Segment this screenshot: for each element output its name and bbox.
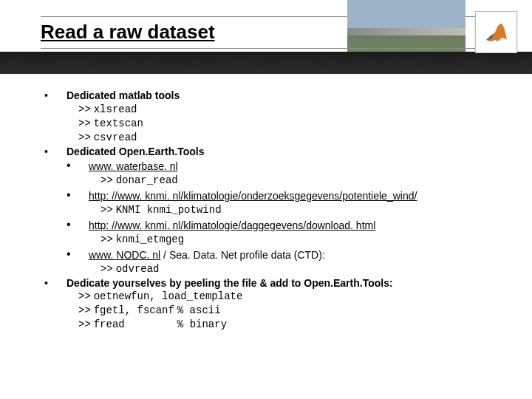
bullet-icon (44, 145, 66, 159)
section-heading: Dedicated Open.Earth.Tools (66, 145, 510, 159)
link-knmi-potwind[interactable]: http: //www. knmi. nl/klimatologie/onder… (89, 190, 417, 202)
link-waterbase[interactable]: www. waterbase. nl (89, 160, 178, 172)
code-cmd: knmi_etmgeg (116, 233, 184, 247)
code-cmd: donar_read (116, 174, 178, 188)
code-line: >> knmi_etmgeg (44, 233, 510, 247)
code-line: >> odvread (44, 262, 510, 276)
code-line: >> csvread (44, 131, 510, 145)
code-line: >> textscan (44, 117, 510, 131)
bullet-icon (66, 248, 89, 260)
bullet-section-2: Dedicated Open.Earth.Tools (44, 145, 510, 159)
link-knmi-daggegevens[interactable]: http: //www. knmi. nl/klimatologie/dagge… (89, 219, 375, 231)
link-nodc[interactable]: www. NODC. nl (89, 249, 160, 261)
rule-mid (41, 48, 517, 49)
prompt: >> (78, 131, 91, 145)
sub-tail-text: / Sea. Data. Net profile data (CTD): (160, 249, 325, 261)
section-heading: Dedicate yourselves by peeling the file … (66, 276, 510, 290)
section-heading: Dedicated matlab tools (66, 89, 510, 103)
sub-bullet: http: //www. knmi. nl/klimatologie/onder… (44, 189, 510, 203)
prompt: >> (78, 304, 91, 318)
prompt: >> (78, 318, 91, 332)
slide-body: Dedicated matlab tools >> xlsread >> tex… (44, 89, 510, 332)
bullet-section-3: Dedicate yourselves by peeling the file … (44, 276, 510, 290)
sub-bullet: www. waterbase. nl (44, 160, 510, 174)
code-comment: % ascii (177, 304, 221, 318)
prompt: >> (100, 262, 113, 276)
code-line: >> KNMI knmi_potwind (44, 203, 510, 217)
slide-title: Read a raw dataset (41, 21, 215, 44)
sub-bullet: www. NODC. nl / Sea. Data. Net profile d… (44, 248, 510, 262)
bullet-icon (66, 219, 89, 231)
code-cmd: KNMI knmi_potwind (116, 203, 222, 217)
code-line: >> fread % binary (44, 318, 510, 332)
code-cmd: fread (94, 318, 125, 332)
bullet-icon (44, 89, 66, 103)
code-cmd: fgetl, fscanf (94, 304, 174, 318)
slide-header: Read a raw dataset (0, 0, 532, 74)
code-cmd: odvread (116, 262, 160, 276)
code-line: >> fgetl, fscanf % ascii (44, 304, 510, 318)
code-comment: % binary (177, 318, 227, 332)
prompt: >> (100, 203, 113, 217)
prompt: >> (100, 233, 113, 247)
header-band (0, 52, 532, 74)
code-line: >> oetnewfun, load_template (44, 290, 510, 304)
code-line: >> donar_read (44, 174, 510, 188)
code-pad (125, 318, 174, 332)
bullet-icon (44, 276, 66, 290)
code-cmd: csvread (94, 131, 137, 145)
prompt: >> (78, 103, 91, 117)
matlab-logo-icon (475, 11, 517, 53)
prompt: >> (100, 174, 113, 188)
code-cmd: xlsread (94, 103, 137, 117)
prompt: >> (78, 117, 91, 131)
code-cmd: textscan (94, 117, 143, 131)
bullet-icon (66, 160, 89, 171)
bullet-icon (66, 189, 89, 201)
bullet-section-1: Dedicated matlab tools (44, 89, 510, 103)
prompt: >> (78, 290, 91, 304)
code-cmd: oetnewfun, load_template (94, 290, 243, 304)
sub-bullet: http: //www. knmi. nl/klimatologie/dagge… (44, 219, 510, 233)
code-line: >> xlsread (44, 103, 510, 117)
